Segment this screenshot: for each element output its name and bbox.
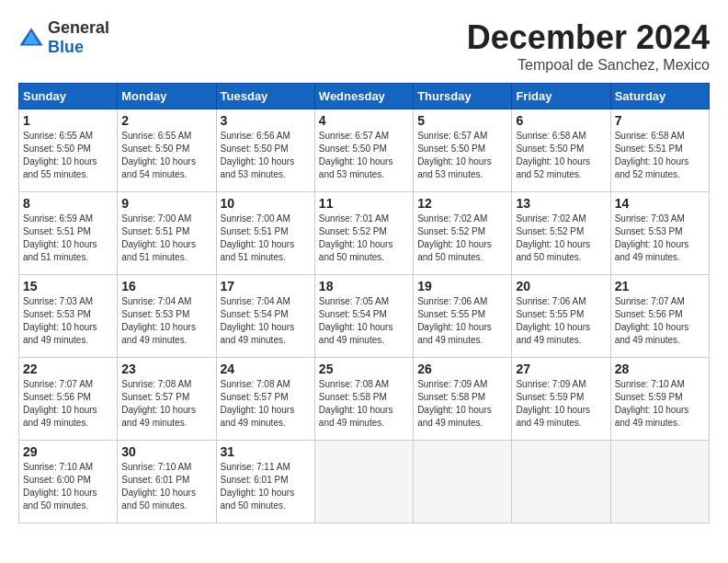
day-number: 21 [615, 279, 705, 293]
calendar-day: 3 Sunrise: 6:56 AM Sunset: 5:50 PM Dayli… [216, 109, 314, 192]
day-number: 31 [221, 444, 311, 459]
day-info: Sunrise: 7:02 AM Sunset: 5:52 PM Dayligh… [516, 213, 606, 264]
day-number: 20 [516, 279, 606, 293]
calendar-day: 16 Sunrise: 7:04 AM Sunset: 5:53 PM Dayl… [118, 275, 216, 358]
header-monday: Monday [118, 84, 216, 109]
day-info: Sunrise: 7:04 AM Sunset: 5:53 PM Dayligh… [121, 295, 211, 347]
calendar: Sunday Monday Tuesday Wednesday Thursday… [18, 83, 710, 523]
day-info: Sunrise: 6:58 AM Sunset: 5:51 PM Dayligh… [615, 130, 705, 181]
week-row-3: 15 Sunrise: 7:03 AM Sunset: 5:53 PM Dayl… [19, 275, 710, 358]
calendar-day [314, 441, 413, 523]
day-number: 30 [121, 444, 211, 459]
location-title: Tempoal de Sanchez, Mexico [467, 57, 710, 74]
day-number: 14 [615, 196, 705, 211]
day-info: Sunrise: 7:03 AM Sunset: 5:53 PM Dayligh… [615, 213, 705, 264]
calendar-day: 13 Sunrise: 7:02 AM Sunset: 5:52 PM Dayl… [512, 192, 610, 275]
calendar-day [512, 441, 610, 523]
logo-blue: Blue [48, 38, 84, 56]
day-number: 26 [417, 362, 507, 376]
day-info: Sunrise: 7:07 AM Sunset: 5:56 PM Dayligh… [23, 378, 113, 430]
calendar-day: 18 Sunrise: 7:05 AM Sunset: 5:54 PM Dayl… [314, 275, 413, 358]
header-saturday: Saturday [610, 84, 709, 109]
calendar-day: 27 Sunrise: 7:09 AM Sunset: 5:59 PM Dayl… [512, 358, 610, 441]
calendar-day: 28 Sunrise: 7:10 AM Sunset: 5:59 PM Dayl… [610, 358, 709, 441]
calendar-day [610, 441, 709, 523]
day-info: Sunrise: 7:06 AM Sunset: 5:55 PM Dayligh… [516, 295, 606, 347]
header-sunday: Sunday [19, 84, 118, 109]
calendar-day: 29 Sunrise: 7:10 AM Sunset: 6:00 PM Dayl… [19, 441, 118, 523]
header-thursday: Thursday [414, 84, 512, 109]
day-number: 13 [516, 196, 606, 211]
calendar-day: 24 Sunrise: 7:08 AM Sunset: 5:57 PM Dayl… [216, 358, 314, 441]
header-friday: Friday [512, 84, 610, 109]
calendar-day: 19 Sunrise: 7:06 AM Sunset: 5:55 PM Dayl… [414, 275, 512, 358]
day-info: Sunrise: 7:10 AM Sunset: 5:59 PM Dayligh… [615, 378, 705, 430]
calendar-day: 9 Sunrise: 7:00 AM Sunset: 5:51 PM Dayli… [118, 192, 216, 275]
title-area: December 2024 Tempoal de Sanchez, Mexico [467, 18, 710, 74]
calendar-day: 12 Sunrise: 7:02 AM Sunset: 5:52 PM Dayl… [414, 192, 512, 275]
day-info: Sunrise: 7:08 AM Sunset: 5:58 PM Dayligh… [319, 378, 409, 430]
day-number: 28 [615, 362, 705, 376]
day-number: 6 [516, 113, 606, 128]
calendar-body: 1 Sunrise: 6:55 AM Sunset: 5:50 PM Dayli… [19, 109, 710, 523]
calendar-day: 6 Sunrise: 6:58 AM Sunset: 5:50 PM Dayli… [512, 109, 610, 192]
day-info: Sunrise: 7:01 AM Sunset: 5:52 PM Dayligh… [319, 213, 409, 264]
day-number: 12 [417, 196, 507, 211]
day-number: 17 [221, 279, 311, 293]
week-row-4: 22 Sunrise: 7:07 AM Sunset: 5:56 PM Dayl… [19, 358, 710, 441]
calendar-day: 8 Sunrise: 6:59 AM Sunset: 5:51 PM Dayli… [19, 192, 118, 275]
calendar-day: 20 Sunrise: 7:06 AM Sunset: 5:55 PM Dayl… [512, 275, 610, 358]
day-number: 22 [23, 362, 113, 376]
calendar-day: 15 Sunrise: 7:03 AM Sunset: 5:53 PM Dayl… [19, 275, 118, 358]
day-info: Sunrise: 7:00 AM Sunset: 5:51 PM Dayligh… [121, 213, 211, 264]
day-number: 8 [23, 196, 113, 211]
day-info: Sunrise: 7:05 AM Sunset: 5:54 PM Dayligh… [319, 295, 409, 347]
week-row-5: 29 Sunrise: 7:10 AM Sunset: 6:00 PM Dayl… [19, 441, 710, 523]
day-number: 15 [23, 279, 113, 293]
day-number: 18 [319, 279, 409, 293]
week-row-2: 8 Sunrise: 6:59 AM Sunset: 5:51 PM Dayli… [19, 192, 710, 275]
calendar-day: 5 Sunrise: 6:57 AM Sunset: 5:50 PM Dayli… [414, 109, 512, 192]
calendar-day: 4 Sunrise: 6:57 AM Sunset: 5:50 PM Dayli… [314, 109, 413, 192]
day-info: Sunrise: 7:11 AM Sunset: 6:01 PM Dayligh… [221, 461, 311, 512]
day-info: Sunrise: 7:09 AM Sunset: 5:59 PM Dayligh… [516, 378, 606, 430]
day-number: 27 [516, 362, 606, 376]
day-number: 1 [23, 113, 113, 128]
day-info: Sunrise: 7:07 AM Sunset: 5:56 PM Dayligh… [615, 295, 705, 347]
logo-text: General Blue [48, 18, 109, 57]
day-info: Sunrise: 7:06 AM Sunset: 5:55 PM Dayligh… [417, 295, 507, 347]
day-number: 11 [319, 196, 409, 211]
calendar-day: 2 Sunrise: 6:55 AM Sunset: 5:50 PM Dayli… [118, 109, 216, 192]
calendar-day: 11 Sunrise: 7:01 AM Sunset: 5:52 PM Dayl… [314, 192, 413, 275]
page-header: General Blue December 2024 Tempoal de Sa… [18, 18, 710, 74]
month-title: December 2024 [467, 18, 710, 57]
day-number: 10 [221, 196, 311, 211]
calendar-day: 30 Sunrise: 7:10 AM Sunset: 6:01 PM Dayl… [118, 441, 216, 523]
day-info: Sunrise: 7:09 AM Sunset: 5:58 PM Dayligh… [417, 378, 507, 430]
calendar-header-row: Sunday Monday Tuesday Wednesday Thursday… [19, 84, 710, 109]
logo-icon [18, 25, 44, 51]
day-info: Sunrise: 6:55 AM Sunset: 5:50 PM Dayligh… [23, 130, 113, 181]
day-info: Sunrise: 6:58 AM Sunset: 5:50 PM Dayligh… [516, 130, 606, 181]
calendar-day: 21 Sunrise: 7:07 AM Sunset: 5:56 PM Dayl… [610, 275, 709, 358]
header-wednesday: Wednesday [314, 84, 413, 109]
day-info: Sunrise: 7:08 AM Sunset: 5:57 PM Dayligh… [121, 378, 211, 430]
day-number: 24 [221, 362, 311, 376]
day-info: Sunrise: 7:10 AM Sunset: 6:00 PM Dayligh… [23, 461, 113, 512]
day-info: Sunrise: 7:03 AM Sunset: 5:53 PM Dayligh… [23, 295, 113, 347]
day-number: 19 [417, 279, 507, 293]
day-number: 2 [121, 113, 211, 128]
day-number: 9 [121, 196, 211, 211]
day-number: 23 [121, 362, 211, 376]
day-info: Sunrise: 6:57 AM Sunset: 5:50 PM Dayligh… [319, 130, 409, 181]
day-info: Sunrise: 7:10 AM Sunset: 6:01 PM Dayligh… [121, 461, 211, 512]
calendar-day: 25 Sunrise: 7:08 AM Sunset: 5:58 PM Dayl… [314, 358, 413, 441]
calendar-day: 17 Sunrise: 7:04 AM Sunset: 5:54 PM Dayl… [216, 275, 314, 358]
calendar-day: 22 Sunrise: 7:07 AM Sunset: 5:56 PM Dayl… [19, 358, 118, 441]
calendar-day: 23 Sunrise: 7:08 AM Sunset: 5:57 PM Dayl… [118, 358, 216, 441]
day-number: 7 [615, 113, 705, 128]
day-info: Sunrise: 7:00 AM Sunset: 5:51 PM Dayligh… [221, 213, 311, 264]
day-info: Sunrise: 7:08 AM Sunset: 5:57 PM Dayligh… [221, 378, 311, 430]
calendar-day: 7 Sunrise: 6:58 AM Sunset: 5:51 PM Dayli… [610, 109, 709, 192]
day-info: Sunrise: 6:59 AM Sunset: 5:51 PM Dayligh… [23, 213, 113, 264]
